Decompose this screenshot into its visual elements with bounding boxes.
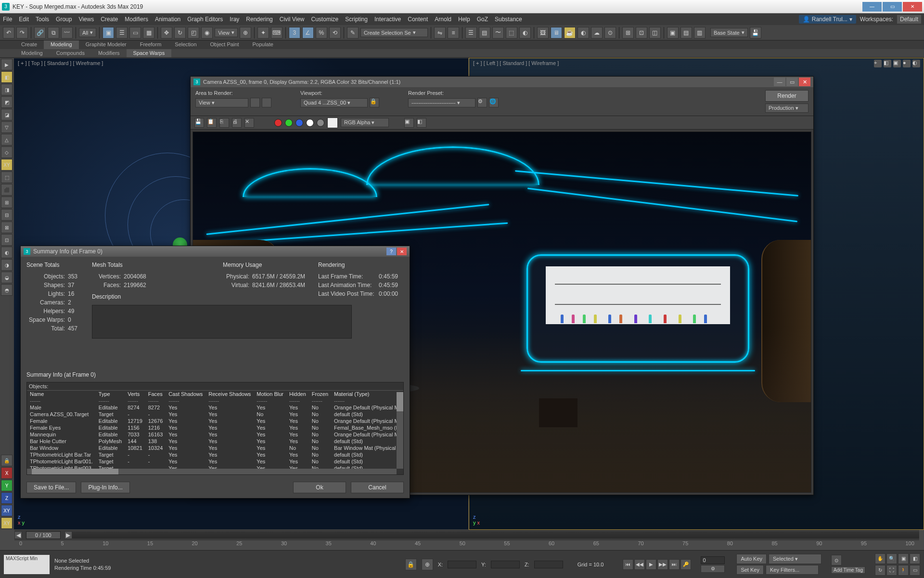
redo-button[interactable]: ↷ xyxy=(16,27,28,39)
side-tool-19[interactable]: ◓ xyxy=(1,284,13,296)
render-setup-shortcut[interactable]: ⚙ xyxy=(477,98,487,107)
absolute-mode-button[interactable]: ⊕ xyxy=(422,559,433,570)
dialog-help-button[interactable]: ? xyxy=(386,248,396,255)
menu-file[interactable]: File xyxy=(3,16,12,23)
table-row[interactable]: MannequinEditable703316163YesYesYesYesNo… xyxy=(27,431,403,438)
menu-rendering[interactable]: Rendering xyxy=(246,16,272,23)
align-button[interactable]: ≡ xyxy=(448,27,459,39)
coord-y-input[interactable] xyxy=(491,561,520,568)
viewport-sel-dropdown[interactable]: Quad 4 ...ZSS_00 ▾ xyxy=(300,98,368,107)
nav-zoom-extents-button[interactable]: ▣ xyxy=(898,553,909,564)
dialog-titlebar[interactable]: 3 Summary Info (at Frame 0) ? ✕ xyxy=(21,246,410,257)
key-mode-button[interactable]: 🔑 xyxy=(680,559,691,570)
unlink-button[interactable]: ⧉ xyxy=(48,27,59,39)
nav-zoom-button[interactable]: 🔍 xyxy=(886,553,897,564)
clear-button[interactable]: ✕ xyxy=(244,118,254,128)
window-minimize-button[interactable]: — xyxy=(862,2,882,12)
menu-content[interactable]: Content xyxy=(408,16,428,23)
cat-button[interactable]: ▤ xyxy=(680,27,692,39)
side-tool-18[interactable]: ◒ xyxy=(1,272,13,283)
edit-named-sel-button[interactable]: ✎ xyxy=(347,27,359,39)
print-button[interactable]: 🖨 xyxy=(232,118,242,128)
rectangular-region-button[interactable]: ▭ xyxy=(129,27,141,39)
goto-end-button[interactable]: ⏭ xyxy=(669,559,680,570)
select-by-name-button[interactable]: ☰ xyxy=(116,27,128,39)
ribbon-tab-modeling[interactable]: Modeling xyxy=(44,40,79,49)
menu-help[interactable]: Help xyxy=(458,16,470,23)
objects-table[interactable]: NameTypeVertsFacesCast ShadowsReceive Sh… xyxy=(27,391,403,474)
table-row[interactable]: MaleEditable82748272YesYesYesYesNoOrange… xyxy=(27,404,403,411)
background-swatch[interactable] xyxy=(327,118,338,128)
move-button[interactable]: ✥ xyxy=(161,27,172,39)
isolate-button[interactable]: ⊙ xyxy=(831,555,842,565)
side-tool-10[interactable]: ⬚ xyxy=(1,171,13,183)
material-editor-button[interactable]: ◐ xyxy=(519,27,531,39)
viewport-layout-icon[interactable]: + xyxy=(874,60,882,67)
table-row[interactable]: TPhotometricLight Bar001.Target--YesYesY… xyxy=(27,458,403,465)
side-tool-4[interactable]: ◩ xyxy=(1,96,13,108)
region-edit-button[interactable] xyxy=(250,98,260,107)
viewport-wire-icon[interactable]: ▣ xyxy=(893,60,901,67)
channel-blue-button[interactable] xyxy=(295,119,303,127)
side-tool-6[interactable]: ▽ xyxy=(1,121,13,133)
menu-substance[interactable]: Substance xyxy=(495,16,522,23)
table-row[interactable]: FemaleEditable1271912676YesYesYesYesNoOr… xyxy=(27,418,403,424)
spinner-snap-button[interactable]: ⟲ xyxy=(329,27,341,39)
menu-group[interactable]: Group xyxy=(56,16,72,23)
ribbon-tab-object-paint[interactable]: Object Paint xyxy=(204,40,246,49)
percent-snap-button[interactable]: % xyxy=(316,27,327,39)
render-setup-button[interactable]: 🖼 xyxy=(537,27,549,39)
menu-civil-view[interactable]: Civil View xyxy=(280,16,305,23)
ribbon-tab-populate[interactable]: Populate xyxy=(245,40,280,49)
use-pivot-button[interactable]: ⊕ xyxy=(240,27,251,39)
workspace-selector[interactable]: Default xyxy=(897,15,921,24)
base-state-dropdown[interactable]: Base State ▾ xyxy=(710,28,748,37)
link-button[interactable]: 🔗 xyxy=(34,27,46,39)
side-tool-14[interactable]: ⊠ xyxy=(1,222,13,233)
channel-dropdown[interactable]: RGB Alpha ▾ xyxy=(341,118,389,127)
autogrid-button[interactable]: ◫ xyxy=(649,27,661,39)
pano-exporter-button[interactable]: ⊙ xyxy=(604,27,616,39)
lock-viewport-button[interactable]: 🔒 xyxy=(370,98,379,107)
toggle-overlay-button[interactable]: ▣ xyxy=(404,118,414,128)
ref-coord-dropdown[interactable]: View ▾ xyxy=(215,28,238,37)
physx-button[interactable]: ▣ xyxy=(667,27,679,39)
render-window-titlebar[interactable]: 3 Camera AZSS_00, frame 0, Display Gamma… xyxy=(191,77,813,87)
save-to-file-button[interactable]: Save to File... xyxy=(26,482,76,493)
side-tool-5[interactable]: ◪ xyxy=(1,109,13,120)
axis-y-button[interactable]: Y xyxy=(1,480,13,491)
menu-interactive[interactable]: Interactive xyxy=(374,16,401,23)
print-size-button[interactable]: ◧ xyxy=(417,118,426,128)
side-tool-2[interactable]: ◧ xyxy=(1,71,13,83)
goto-start-button[interactable]: ⏮ xyxy=(623,559,633,570)
viewport-shade-icon[interactable]: ◧ xyxy=(884,60,891,67)
time-config-button[interactable]: ⚙ xyxy=(701,565,725,573)
window-maximize-button[interactable]: ▭ xyxy=(883,2,902,12)
nav-orbit-button[interactable]: ↻ xyxy=(875,565,886,576)
table-row[interactable]: TPhotometricLight Bar.TarTarget--YesYesY… xyxy=(27,451,403,458)
menu-tools[interactable]: Tools xyxy=(36,16,49,23)
menu-graph-editors[interactable]: Graph Editors xyxy=(187,16,223,23)
render-mode-dropdown[interactable]: Production ▾ xyxy=(765,104,808,113)
side-tool-16[interactable]: ◐ xyxy=(1,247,13,258)
area-to-render-dropdown[interactable]: View ▾ xyxy=(195,98,248,107)
channel-alpha-button[interactable] xyxy=(306,119,314,127)
table-row[interactable]: Bar Hole CutterPolyMesh144138YesYesYesYe… xyxy=(27,438,403,445)
keyboard-shortcut-button[interactable]: ⌨ xyxy=(271,27,282,39)
table-row[interactable]: Female EyesEditable11561216YesYesYesYesN… xyxy=(27,424,403,431)
menu-customize[interactable]: Customize xyxy=(311,16,339,23)
ribbon-tab-create[interactable]: Create xyxy=(14,40,44,49)
menu-iray[interactable]: Iray xyxy=(230,16,239,23)
prev-frame-button[interactable]: ◀◀ xyxy=(634,559,645,570)
set-key-button[interactable]: Set Key xyxy=(736,565,764,575)
render-window-close[interactable]: ✕ xyxy=(799,78,810,86)
ribbon-sub-modeling[interactable]: Modeling xyxy=(14,49,50,57)
cancel-button[interactable]: Cancel xyxy=(351,482,404,493)
ok-button[interactable]: Ok xyxy=(293,482,346,493)
side-tool-12[interactable]: ⊞ xyxy=(1,197,13,208)
dialog-close-button[interactable]: ✕ xyxy=(397,248,407,255)
nav-fov-button[interactable]: ◧ xyxy=(910,553,920,564)
rendered-frame-button[interactable]: 🖥 xyxy=(551,27,562,39)
ribbon-tab-selection[interactable]: Selection xyxy=(168,40,203,49)
user-account-box[interactable]: 👤 Randell Trul... ▾ xyxy=(799,15,856,24)
